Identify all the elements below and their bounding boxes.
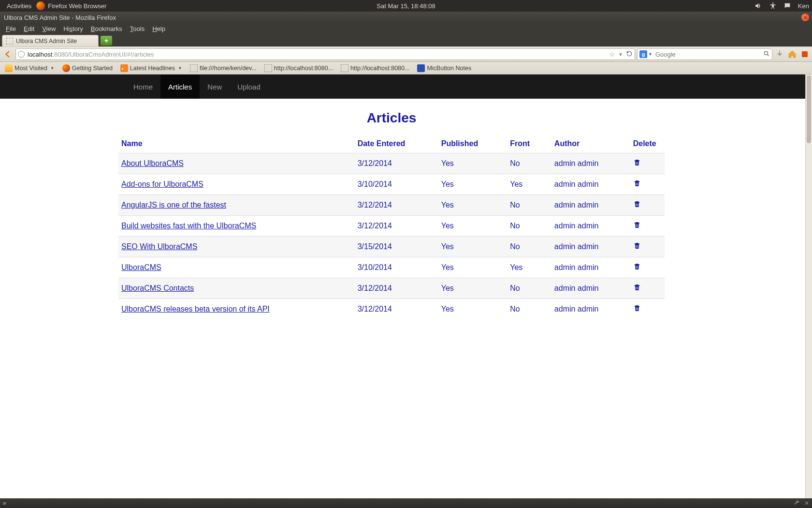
cell-author: admin admin xyxy=(551,237,630,257)
bookmark-item[interactable]: MicButton Notes xyxy=(414,63,474,73)
th-date[interactable]: Date Entered xyxy=(355,134,438,153)
reload-button[interactable] xyxy=(626,50,633,59)
article-link[interactable]: UlboraCMS Contacts xyxy=(121,284,194,292)
cell-published: Yes xyxy=(438,299,508,320)
delete-button[interactable] xyxy=(633,306,641,314)
bookmark-label: MicButton Notes xyxy=(427,65,471,72)
th-name[interactable]: Name xyxy=(118,134,355,153)
downloads-button[interactable] xyxy=(774,49,785,60)
th-published[interactable]: Published xyxy=(438,134,508,153)
clock[interactable]: Sat Mar 15, 18:48:08 xyxy=(377,2,435,10)
th-delete[interactable]: Delete xyxy=(630,134,665,153)
article-link[interactable]: UlboraCMS xyxy=(121,263,161,271)
article-link[interactable]: UlboraCMS releases beta version of its A… xyxy=(121,305,270,313)
url-host: localhost xyxy=(28,51,52,58)
cell-author: admin admin xyxy=(551,299,630,320)
cell-date: 3/10/2014 xyxy=(355,257,438,278)
nav-articles[interactable]: Articles xyxy=(160,75,200,99)
cell-date: 3/12/2014 xyxy=(355,195,438,216)
th-front[interactable]: Front xyxy=(507,134,551,153)
bookmark-label: http://localhost:8080... xyxy=(350,65,409,72)
menu-file[interactable]: File xyxy=(2,24,20,33)
bookmark-label: Most Visited xyxy=(14,65,47,72)
home-button[interactable] xyxy=(787,49,798,60)
menu-bookmarks[interactable]: Bookmarks xyxy=(87,24,126,33)
article-link[interactable]: About UlboraCMS xyxy=(121,159,184,167)
bookmark-item[interactable]: Latest Headlines▼ xyxy=(117,63,185,73)
bookmark-item[interactable]: file:///home/ken/dev... xyxy=(187,63,260,73)
new-tab-button[interactable]: + xyxy=(101,36,112,45)
bookmark-item[interactable]: http://localhost:8080... xyxy=(338,63,412,73)
back-button[interactable] xyxy=(2,48,14,60)
delete-button[interactable] xyxy=(633,285,641,293)
cell-author: admin admin xyxy=(551,216,630,237)
menu-edit[interactable]: Edit xyxy=(20,24,38,33)
user-menu[interactable]: Ken xyxy=(798,2,809,10)
table-row: UlboraCMS3/10/2014YesYesadmin admin xyxy=(118,257,665,278)
search-engine-dropdown-icon[interactable]: ▼ xyxy=(648,52,652,57)
menu-history[interactable]: History xyxy=(59,24,87,33)
table-row: About UlboraCMS3/12/2014YesNoadmin admin xyxy=(118,153,665,174)
window-close-button[interactable]: ✕ xyxy=(801,14,809,21)
app-navbar: Home Articles New Upload xyxy=(0,75,812,99)
nav-home[interactable]: Home xyxy=(126,75,160,99)
article-link[interactable]: AngularJS is one of the fastest xyxy=(121,201,226,209)
url-history-dropdown-icon[interactable]: ▼ xyxy=(618,52,623,57)
url-path: :8080/UlboraCmsAdminUI/#!/articles xyxy=(52,51,154,58)
cell-published: Yes xyxy=(438,216,508,237)
nav-new[interactable]: New xyxy=(200,75,230,99)
statusbar-wrench-icon[interactable] xyxy=(794,500,799,507)
menu-tools[interactable]: Tools xyxy=(126,24,148,33)
search-engine-icon[interactable]: g xyxy=(639,50,647,58)
bookmark-label: Getting Started xyxy=(72,65,113,72)
cell-date: 3/12/2014 xyxy=(355,216,438,237)
th-author[interactable]: Author xyxy=(551,134,630,153)
addon-bar-toggle-icon[interactable]: » xyxy=(3,500,6,507)
active-app-label[interactable]: Firefox Web Browser xyxy=(48,2,106,10)
site-identity-icon[interactable] xyxy=(18,51,25,58)
delete-button[interactable] xyxy=(633,160,641,168)
delete-button[interactable] xyxy=(633,223,641,231)
bookmarks-toolbar: Most Visited▼Getting StartedLatest Headl… xyxy=(0,62,812,75)
chat-tray-icon[interactable] xyxy=(783,2,791,10)
a11y-icon[interactable] xyxy=(769,2,777,10)
scrollbar-thumb[interactable] xyxy=(807,75,811,143)
article-link[interactable]: SEO With UlboraCMS xyxy=(121,242,197,251)
cell-author: admin admin xyxy=(551,195,630,216)
url-bar[interactable]: localhost:8080/UlboraCmsAdminUI/#!/artic… xyxy=(15,48,635,60)
firefox-tabstrip: Ulbora CMS Admin Site + xyxy=(0,34,812,46)
cell-published: Yes xyxy=(438,153,508,174)
addon-button[interactable] xyxy=(799,49,810,60)
generic-icon xyxy=(190,64,198,72)
bookmark-item[interactable]: Getting Started xyxy=(59,63,116,73)
nav-upload[interactable]: Upload xyxy=(230,75,268,99)
table-row: Build websites fast with the UlboraCMS3/… xyxy=(118,216,665,237)
table-row: UlboraCMS Contacts3/12/2014YesNoadmin ad… xyxy=(118,278,665,299)
search-input[interactable] xyxy=(655,51,763,58)
delete-button[interactable] xyxy=(633,202,641,210)
table-row: AngularJS is one of the fastest3/12/2014… xyxy=(118,195,665,216)
article-link[interactable]: Build websites fast with the UlboraCMS xyxy=(121,222,256,230)
delete-button[interactable] xyxy=(633,181,641,189)
cell-front: Yes xyxy=(507,257,551,278)
tab-favicon xyxy=(6,38,13,45)
window-title: Ulbora CMS Admin Site - Mozilla Firefox xyxy=(4,14,116,21)
delete-button[interactable] xyxy=(633,243,641,252)
search-bar[interactable]: g ▼ xyxy=(637,48,772,60)
generic-icon xyxy=(341,64,348,72)
activities-button[interactable]: Activities xyxy=(3,2,35,10)
delete-button[interactable] xyxy=(633,264,641,272)
bookmark-star-icon[interactable]: ☆ xyxy=(609,50,615,58)
menu-view[interactable]: View xyxy=(38,24,59,33)
page-scrollbar[interactable] xyxy=(805,75,812,498)
statusbar-close-icon[interactable]: ✕ xyxy=(804,500,809,507)
browser-tab-active[interactable]: Ulbora CMS Admin Site xyxy=(2,35,99,46)
bookmark-item[interactable]: Most Visited▼ xyxy=(2,63,58,73)
table-row: SEO With UlboraCMS3/15/2014YesNoadmin ad… xyxy=(118,237,665,257)
menu-help[interactable]: Help xyxy=(148,24,169,33)
cell-published: Yes xyxy=(438,237,508,257)
volume-icon[interactable] xyxy=(754,2,762,10)
bookmark-item[interactable]: http://localhost:8080... xyxy=(261,63,336,73)
search-go-icon[interactable] xyxy=(763,50,770,59)
article-link[interactable]: Add-ons for UlboraCMS xyxy=(121,180,203,188)
